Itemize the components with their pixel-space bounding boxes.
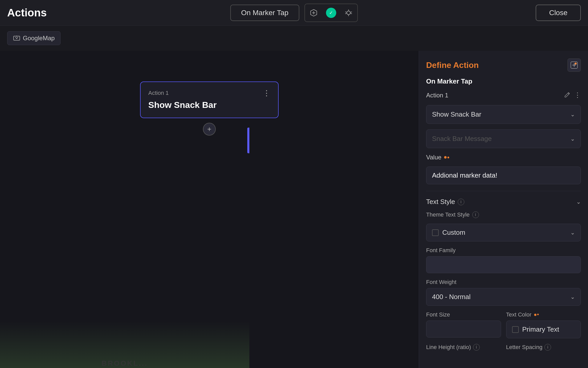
info-letter-3: i xyxy=(476,345,477,350)
custom-checkbox[interactable] xyxy=(432,229,439,236)
main-area: Action 1 ⋮ Show Snack Bar + BROOKL... De… xyxy=(0,51,588,368)
font-family-section: Font Family xyxy=(426,247,581,273)
action-row: Action 1 ⋮ xyxy=(426,91,581,99)
breadcrumb-label: GoogleMap xyxy=(23,35,55,42)
action-card-label: Action 1 xyxy=(148,90,169,96)
line-height-info-icon[interactable]: i xyxy=(473,344,480,351)
toolbar-icon-group: ✓ xyxy=(304,4,358,22)
line-height-col: Line Height (ratio) i xyxy=(426,344,501,352)
marker-tap-icon-btn[interactable] xyxy=(305,4,322,22)
check-icon: ✓ xyxy=(329,10,333,16)
value-dot-2 xyxy=(447,157,449,158)
custom-dropdown-arrow: ⌄ xyxy=(570,229,575,236)
line-height-label-group: Line Height (ratio) i xyxy=(426,344,501,351)
show-snack-bar-text: Show Snack Bar xyxy=(432,110,481,118)
right-panel: Define Action + On Marker Tap Action 1 xyxy=(419,51,588,368)
show-snack-bar-dropdown[interactable]: Show Snack Bar ⌄ xyxy=(426,105,581,124)
svg-point-3 xyxy=(347,11,350,15)
canvas-area: Action 1 ⋮ Show Snack Bar + BROOKL... xyxy=(0,51,419,368)
map-label: BROOKL... xyxy=(102,359,148,367)
text-color-label-row: Text Color xyxy=(506,311,581,318)
primary-text-dropdown[interactable]: Primary Text xyxy=(506,321,581,338)
letter-spacing-label: Letter Spacing xyxy=(506,344,543,351)
action-card-title: Show Snack Bar xyxy=(148,100,270,110)
trigger-label: On Marker Tap xyxy=(426,77,581,85)
info-letter-4: i xyxy=(547,345,548,350)
map-preview: BROOKL... xyxy=(0,321,249,368)
section-divider-1 xyxy=(426,191,581,191)
top-bar-right: Close xyxy=(536,5,581,21)
breadcrumb-area: GoogleMap xyxy=(0,26,588,51)
svg-line-7 xyxy=(350,13,352,14)
font-size-col: Font Size xyxy=(426,311,501,338)
value-label: Value xyxy=(426,154,442,161)
font-weight-label: Font Weight xyxy=(426,279,581,285)
value-row: Value xyxy=(426,154,581,161)
panel-add-button[interactable]: + xyxy=(567,58,581,72)
check-icon-btn[interactable]: ✓ xyxy=(322,4,340,22)
svg-line-9 xyxy=(350,12,352,12)
snack-bar-message-dropdown[interactable]: Snack Bar Message ⌄ xyxy=(426,129,581,148)
svg-line-6 xyxy=(345,12,346,12)
custom-dropdown-text: Custom xyxy=(442,229,567,237)
panel-accent xyxy=(247,128,249,153)
custom-dropdown[interactable]: Custom ⌄ xyxy=(426,224,581,241)
action-options-button[interactable]: ⋮ xyxy=(574,91,581,99)
letter-spacing-info-icon[interactable]: i xyxy=(544,344,551,351)
font-weight-section: Font Weight 400 - Normal ⌄ xyxy=(426,279,581,306)
font-weight-dropdown[interactable]: 400 - Normal ⌄ xyxy=(426,288,581,306)
snack-bar-message-text: Snack Bar Message xyxy=(432,135,492,143)
action-row-label: Action 1 xyxy=(426,92,448,99)
action-row-icons: ⋮ xyxy=(564,91,581,99)
svg-line-8 xyxy=(345,13,346,14)
edit-action-button[interactable] xyxy=(564,91,571,99)
font-family-input[interactable] xyxy=(426,256,581,273)
letter-spacing-col: Letter Spacing i xyxy=(506,344,581,352)
snack-bar-msg-arrow: ⌄ xyxy=(570,136,575,142)
add-btn-wrapper: + xyxy=(203,123,216,136)
snack-bar-dropdown-arrow: ⌄ xyxy=(570,111,575,118)
svg-rect-10 xyxy=(14,36,20,40)
theme-text-style-row: Theme Text Style i xyxy=(426,211,581,218)
action-card-header: Action 1 ⋮ xyxy=(148,89,270,97)
info-letter-2: i xyxy=(475,212,476,217)
add-action-button[interactable]: + xyxy=(203,123,216,136)
text-style-label: Text Style xyxy=(426,198,455,206)
font-size-label: Font Size xyxy=(426,311,501,318)
top-bar-center: On Marker Tap ✓ xyxy=(230,4,358,22)
font-size-color-row: Font Size Text Color Primary Text xyxy=(426,311,581,338)
primary-text-checkbox[interactable] xyxy=(512,326,519,333)
font-size-input[interactable] xyxy=(426,321,501,338)
text-style-info-icon[interactable]: i xyxy=(458,199,464,205)
theme-text-style-info-icon[interactable]: i xyxy=(472,211,479,218)
trigger-label-text: On Marker Tap xyxy=(426,77,472,85)
panel-header: Define Action + xyxy=(426,58,581,72)
breadcrumb-chip[interactable]: GoogleMap xyxy=(7,31,61,45)
color-dot-2 xyxy=(537,314,539,315)
top-bar: Actions On Marker Tap ✓ xyxy=(0,0,588,26)
svg-text:+: + xyxy=(575,63,576,65)
font-weight-text: 400 - Normal xyxy=(432,293,471,301)
value-input[interactable] xyxy=(426,167,581,184)
bottom-two-col: Line Height (ratio) i Letter Spacing i xyxy=(426,344,581,352)
text-style-collapse-arrow[interactable]: ⌄ xyxy=(576,199,581,205)
action-card-wrapper: Action 1 ⋮ Show Snack Bar + xyxy=(140,81,279,136)
define-action-title: Define Action xyxy=(426,60,479,70)
page-title: Actions xyxy=(7,7,47,19)
value-dot-1 xyxy=(444,156,447,159)
primary-text-label: Primary Text xyxy=(522,325,559,333)
debug-icon-btn[interactable] xyxy=(340,4,357,22)
text-style-label-group: Text Style i xyxy=(426,198,464,206)
line-height-label: Line Height (ratio) xyxy=(426,344,471,351)
info-letter: i xyxy=(460,200,462,204)
action-card-menu-button[interactable]: ⋮ xyxy=(263,89,270,97)
letter-spacing-label-group: Letter Spacing i xyxy=(506,344,581,351)
text-color-icon xyxy=(534,314,539,316)
value-icon-group xyxy=(444,156,449,159)
close-button[interactable]: Close xyxy=(536,5,581,21)
theme-text-style-label: Theme Text Style xyxy=(426,211,470,218)
trigger-button[interactable]: On Marker Tap xyxy=(230,5,299,21)
text-style-row: Text Style i ⌄ xyxy=(426,198,581,206)
font-weight-dropdown-arrow: ⌄ xyxy=(570,294,575,300)
text-color-col: Text Color Primary Text xyxy=(506,311,581,338)
